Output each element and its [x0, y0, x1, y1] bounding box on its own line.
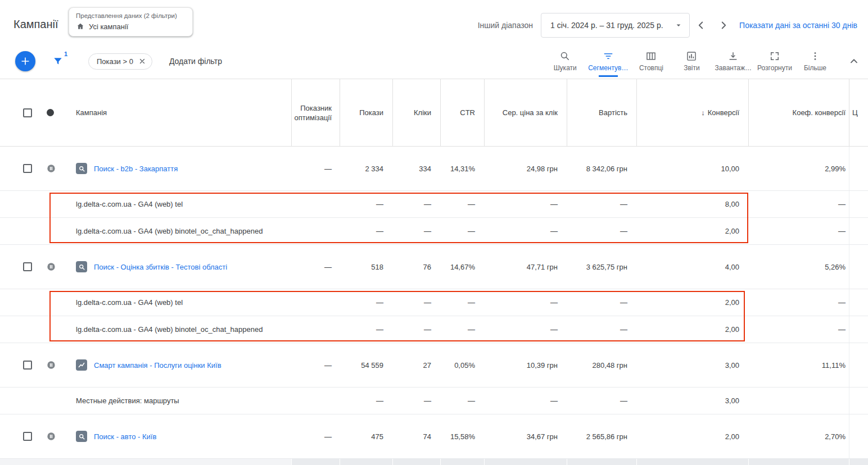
paused-status-icon[interactable] — [47, 432, 56, 441]
conversion-action-name: lg.delta-c.com.ua - GA4 (web) tel — [76, 200, 183, 208]
previous-range-button[interactable] — [690, 14, 712, 37]
toolbar-action-search[interactable]: Шукати — [545, 51, 585, 72]
header-partial-column: Ц — [849, 79, 868, 146]
strip-cell — [636, 459, 748, 465]
toolbar-action-segment[interactable]: Сегментув… — [585, 51, 631, 72]
header-impressions[interactable]: Покази — [340, 79, 392, 146]
cell-clicks: 334 — [392, 147, 440, 190]
cell-partial — [849, 388, 868, 414]
row-checkbox[interactable] — [23, 164, 32, 173]
campaign-name-link[interactable]: Поиск - b2b - Закарпаття — [94, 164, 178, 174]
cell-conv_rate: 2,70% — [748, 414, 849, 458]
conversion-action-subrow: lg.delta-c.com.ua - GA4 (web) binotel_oc… — [0, 218, 868, 245]
cell-avg_cpc: — — [484, 191, 567, 217]
cell-clicks: — — [392, 316, 440, 343]
toolbar-action-label: Стовпці — [639, 64, 663, 72]
filter-count-badge: 1 — [64, 51, 67, 57]
conversion-action-subrow: lg.delta-c.com.ua - GA4 (web) tel—————8,… — [0, 191, 868, 218]
cell-partial — [849, 289, 868, 316]
cell-ctr: 14,31% — [440, 147, 484, 190]
remove-filter-icon[interactable] — [138, 57, 146, 65]
paused-status-icon[interactable] — [47, 164, 56, 173]
cell-conv_rate: 5,26% — [748, 245, 849, 289]
toolbar-action-label: Більше — [804, 64, 826, 72]
toolbar-action-label: Сегментув… — [588, 64, 628, 72]
filter-funnel-icon[interactable]: 1 — [52, 56, 64, 67]
campaign-row: Поиск - авто - Київ—4757415,58%34,67 грн… — [0, 414, 868, 459]
next-row-partial — [0, 459, 868, 465]
cell-cost: 280,48 грн — [567, 343, 636, 387]
campaign-name-link[interactable]: Поиск - авто - Київ — [94, 432, 156, 441]
conversion-action-subrow: lg.delta-c.com.ua - GA4 (web) binotel_oc… — [0, 316, 868, 343]
cell-cost: — — [567, 388, 636, 414]
cell-cost: 3 625,75 грн — [567, 245, 636, 289]
cell-partial — [849, 316, 868, 343]
row-checkbox[interactable] — [23, 361, 32, 370]
data-view-card[interactable]: Представлення даних (2 фільтри) Усі камп… — [69, 7, 193, 37]
toolbar-action-reports[interactable]: Звіти — [671, 51, 712, 72]
cell-opt-score — [291, 289, 340, 316]
smart-campaign-icon — [76, 359, 87, 371]
conversion-action-name: lg.delta-c.com.ua - GA4 (web) binotel_oc… — [76, 325, 263, 334]
cell-ctr: — — [440, 316, 484, 343]
paused-status-icon[interactable] — [47, 262, 56, 271]
campaign-name-link[interactable]: Смарт кампанія - Послуги оцінки Київ — [94, 361, 221, 370]
cell-partial — [849, 414, 868, 458]
cell-clicks: 74 — [392, 414, 440, 458]
cell-impressions: 2 334 — [340, 147, 392, 190]
cell-ctr: — — [440, 218, 484, 244]
select-all-checkbox[interactable] — [23, 108, 32, 117]
collapse-panel-button[interactable] — [848, 55, 860, 67]
toolbar-action-columns[interactable]: Стовпці — [631, 51, 671, 72]
search-icon — [559, 51, 571, 62]
add-filter-button[interactable]: Додати фільтр — [169, 57, 222, 66]
row-checkbox[interactable] — [23, 432, 32, 441]
campaign-row: Поиск - b2b - Закарпаття—2 33433414,31%2… — [0, 147, 868, 191]
columns-icon — [645, 51, 657, 62]
header-clicks[interactable]: Кліки — [392, 79, 440, 146]
cell-ctr: 0,05% — [440, 343, 484, 387]
cell-partial — [849, 218, 868, 244]
search-campaign-icon — [76, 163, 87, 174]
data-view-name: Усі кампанії — [89, 22, 128, 31]
campaign-name-link[interactable]: Поиск - Оцінка збитків - Тестові області — [94, 262, 227, 272]
cell-conversions: 2,00 — [636, 218, 748, 244]
search-campaign-icon — [76, 431, 87, 442]
cell-cost: — — [567, 289, 636, 316]
cell-opt-score: — — [291, 414, 340, 458]
header-cost[interactable]: Вартість — [567, 79, 636, 146]
data-view-label: Представлення даних (2 фільтри) — [76, 12, 184, 19]
header-conv-rate[interactable]: Коеф. конверсії — [748, 79, 849, 146]
cell-clicks: 27 — [392, 343, 440, 387]
impressions-filter-chip[interactable]: Покази > 0 — [88, 53, 152, 70]
table-body: Поиск - b2b - Закарпаття—2 33433414,31%2… — [0, 147, 868, 459]
row-checkbox[interactable] — [23, 262, 32, 271]
conversion-action-subrow: lg.delta-c.com.ua - GA4 (web) tel—————2,… — [0, 289, 868, 316]
toolbar-action-more[interactable]: Більше — [795, 51, 835, 72]
strip-cell — [849, 459, 868, 465]
header-optimization-score[interactable]: Показник оптимізації — [291, 79, 340, 146]
strip-cell — [291, 459, 340, 465]
toolbar-action-expand[interactable]: Розгорнути — [754, 51, 795, 72]
next-range-button[interactable] — [712, 14, 735, 37]
toolbar-action-label: Розгорнути — [757, 64, 792, 72]
cell-impressions: 475 — [340, 414, 392, 458]
header-ctr[interactable]: CTR — [440, 79, 484, 146]
add-campaign-button[interactable] — [15, 51, 35, 71]
cell-conversions: 2,00 — [636, 316, 748, 343]
cell-cost: — — [567, 191, 636, 217]
campaign-row: Поиск - Оцінка збитків - Тестові області… — [0, 245, 868, 289]
cell-opt-score — [291, 388, 340, 414]
date-range-selector[interactable]: 1 січ. 2024 р. – 31 груд. 2025 р. — [541, 13, 690, 38]
header-avg-cpc[interactable]: Сер. ціна за клік — [484, 79, 567, 146]
strip-cell — [567, 459, 636, 465]
cell-clicks: — — [392, 388, 440, 414]
show-last-30-days-link[interactable]: Показати дані за останні 30 днів — [739, 21, 857, 30]
header-conversions[interactable]: ↓ Конверсії — [636, 79, 748, 146]
toolbar-action-download[interactable]: Завантаж… — [712, 51, 754, 72]
paused-status-icon[interactable] — [47, 361, 56, 370]
header-campaign[interactable]: Кампанія — [66, 79, 291, 146]
date-range-value: 1 січ. 2024 р. – 31 груд. 2025 р. — [550, 21, 663, 30]
cell-opt-score: — — [291, 343, 340, 387]
cell-ctr: 15,58% — [440, 414, 484, 458]
